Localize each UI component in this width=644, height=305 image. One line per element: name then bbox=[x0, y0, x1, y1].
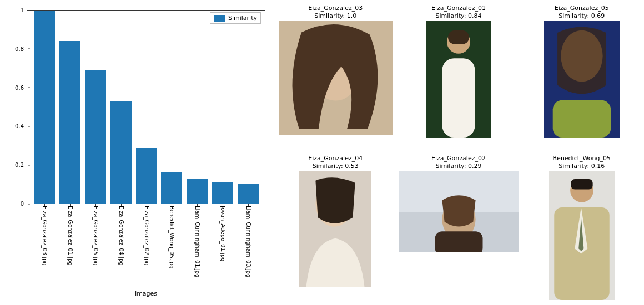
thumbnail-title: Eiza_Gonzalez_01 Similarity: 0.84 bbox=[431, 4, 486, 20]
chart-plot-area: Similarity 0 0.2 0.4 0.6 0.8 1 Eiza_Gonz… bbox=[27, 10, 265, 204]
bar: Eiza_Gonzalez_04.jpg bbox=[110, 101, 132, 204]
y-tick: 0 bbox=[21, 201, 27, 207]
thumbnail-cell: Benedict_Wong_05 Similarity: 0.16 bbox=[524, 155, 640, 301]
x-tick-label: Liam_Cunningham_01.jpg bbox=[194, 206, 200, 277]
thumbnail-cell: Eiza_Gonzalez_05 Similarity: 0.69 bbox=[524, 4, 640, 150]
bar: Jovan_Adepo_01.jpg bbox=[212, 182, 233, 204]
thumbnail-similarity: 1.0 bbox=[347, 12, 357, 19]
y-tick: 1 bbox=[21, 7, 27, 13]
thumbnail-label: Eiza_Gonzalez_02 bbox=[431, 155, 486, 162]
x-tick-label: Jovan_Adepo_01.jpg bbox=[220, 206, 226, 261]
thumbnail-cell: Eiza_Gonzalez_02 Similarity: 0.29 bbox=[399, 155, 519, 301]
bars-container: Eiza_Gonzalez_03.jpg Eiza_Gonzalez_01.jp… bbox=[27, 10, 265, 204]
thumbnail-label: Eiza_Gonzalez_01 bbox=[431, 4, 486, 12]
svg-rect-14 bbox=[435, 231, 482, 252]
bar: Eiza_Gonzalez_05.jpg bbox=[85, 70, 106, 204]
x-tick-label: Eiza_Gonzalez_01.jpg bbox=[67, 206, 73, 266]
thumbnail-image bbox=[549, 171, 615, 300]
thumbnail-label: Eiza_Gonzalez_04 bbox=[308, 155, 363, 162]
y-tick-label: 1 bbox=[21, 7, 24, 13]
y-tick-label: 0 bbox=[21, 201, 24, 207]
x-tick-label: Liam_Cunningham_03.jpg bbox=[245, 206, 251, 277]
thumbnail-title: Eiza_Gonzalez_03 Similarity: 1.0 bbox=[308, 4, 363, 20]
y-tick-label: 0.4 bbox=[15, 123, 24, 129]
bar: Eiza_Gonzalez_02.jpg bbox=[136, 148, 157, 204]
bar: Liam_Cunningham_03.jpg bbox=[238, 184, 259, 204]
thumbnail-title: Eiza_Gonzalez_05 Similarity: 0.69 bbox=[555, 4, 609, 20]
y-tick-label: 0.2 bbox=[15, 162, 24, 168]
thumbnail-similarity: 0.53 bbox=[345, 162, 359, 170]
x-tick-label: Eiza_Gonzalez_04.jpg bbox=[118, 206, 124, 266]
y-tick: 0.8 bbox=[15, 45, 27, 52]
thumbnail-label: Benedict_Wong_05 bbox=[553, 155, 611, 162]
thumbnail-image bbox=[426, 21, 491, 138]
y-tick: 0.4 bbox=[15, 123, 27, 129]
thumbnail-image bbox=[544, 21, 620, 138]
svg-rect-8 bbox=[552, 100, 611, 137]
thumbnail-similarity: 0.16 bbox=[591, 162, 605, 170]
thumbnail-similarity: 0.84 bbox=[468, 12, 482, 19]
thumbnail-cell: Eiza_Gonzalez_04 Similarity: 0.53 bbox=[278, 155, 394, 301]
thumbnail-similarity: 0.69 bbox=[591, 12, 605, 19]
thumbnail-similarity: 0.29 bbox=[468, 162, 482, 170]
bar: Benedict_Wong_05.jpg bbox=[161, 172, 182, 204]
thumbnail-title: Eiza_Gonzalez_04 Similarity: 0.53 bbox=[308, 155, 363, 170]
thumbnail-label: Eiza_Gonzalez_05 bbox=[555, 4, 609, 12]
y-tick: 0.2 bbox=[15, 162, 27, 168]
y-tick-label: 0.8 bbox=[15, 45, 24, 52]
y-tick-label: 0.6 bbox=[15, 84, 24, 90]
x-tick-label: Eiza_Gonzalez_05.jpg bbox=[92, 206, 98, 266]
x-tick-label: Eiza_Gonzalez_02.jpg bbox=[143, 206, 149, 266]
svg-rect-5 bbox=[448, 30, 469, 44]
svg-rect-3 bbox=[442, 58, 475, 138]
y-tick: 0.6 bbox=[15, 84, 27, 90]
bar: Liam_Cunningham_01.jpg bbox=[187, 179, 208, 204]
similarity-bar-chart: Similarity 0 0.2 0.4 0.6 0.8 1 Eiza_Gonz… bbox=[4, 4, 271, 301]
svg-rect-20 bbox=[571, 179, 592, 189]
thumbnail-cell: Eiza_Gonzalez_01 Similarity: 0.84 bbox=[399, 4, 519, 150]
thumbnail-grid: Eiza_Gonzalez_03 Similarity: 1.0 Eiza_Go… bbox=[271, 4, 640, 301]
thumbnail-title: Benedict_Wong_05 Similarity: 0.16 bbox=[553, 155, 611, 170]
bar: Eiza_Gonzalez_03.jpg bbox=[34, 10, 55, 204]
thumbnail-image bbox=[399, 171, 519, 252]
x-tick-label: Eiza_Gonzalez_03.jpg bbox=[41, 206, 47, 266]
thumbnail-image bbox=[279, 21, 393, 135]
x-tick-label: Benedict_Wong_05.jpg bbox=[169, 206, 175, 269]
thumbnail-image bbox=[299, 171, 371, 287]
bar: Eiza_Gonzalez_01.jpg bbox=[59, 41, 80, 204]
thumbnail-title: Eiza_Gonzalez_02 Similarity: 0.29 bbox=[431, 155, 486, 170]
thumbnail-label: Eiza_Gonzalez_03 bbox=[308, 4, 363, 12]
x-axis-label: Images bbox=[27, 290, 265, 297]
thumbnail-cell: Eiza_Gonzalez_03 Similarity: 1.0 bbox=[278, 4, 394, 150]
